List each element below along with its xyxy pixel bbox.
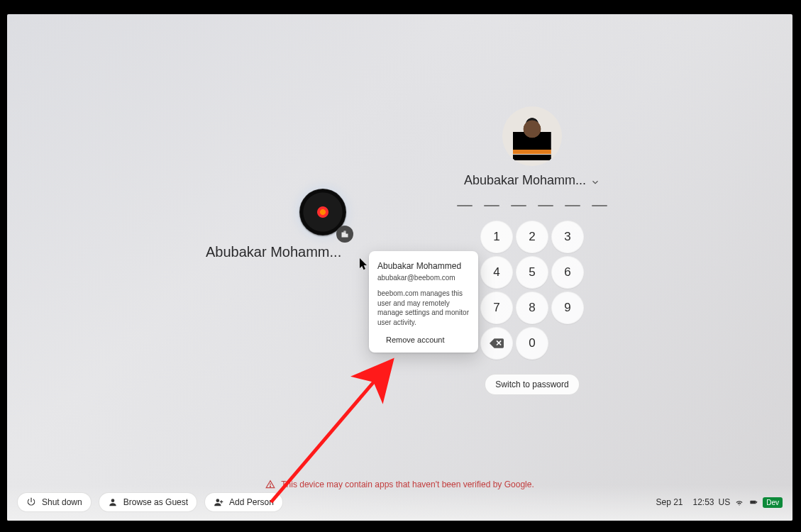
backspace-icon [490, 338, 504, 348]
add-person-button[interactable]: Add Person [204, 492, 283, 512]
guest-label: Browse as Guest [123, 497, 188, 507]
popover-managed-note: beebom.com manages this user and may rem… [377, 289, 470, 327]
secondary-user-name: Abubakar Mohamm... [206, 244, 341, 260]
system-tray[interactable]: 12:53 US Dev [693, 497, 783, 508]
remove-account-button[interactable]: Remove account [377, 336, 470, 344]
svg-point-2 [111, 499, 114, 502]
shutdown-label: Shut down [42, 497, 82, 507]
shutdown-button[interactable]: Shut down [17, 492, 92, 512]
keyboard-layout-indicator: US [719, 497, 731, 507]
primary-user-name-dropdown[interactable]: Abubakar Mohamm... [464, 173, 600, 188]
battery-icon [748, 497, 758, 507]
pin-slot [565, 205, 580, 206]
bottom-bar: Shut down Browse as Guest Add Person Sep… [7, 485, 792, 521]
svg-point-3 [216, 499, 220, 502]
cursor-icon [359, 258, 369, 274]
wifi-icon [734, 497, 744, 507]
power-icon [26, 497, 36, 507]
keypad-key-1[interactable]: 1 [480, 221, 513, 253]
keypad-key-5[interactable]: 5 [516, 256, 548, 289]
status-date: Sep 21 [656, 497, 683, 507]
keypad-blank [551, 327, 584, 360]
status-time: 12:53 [693, 497, 714, 507]
svg-rect-5 [756, 501, 757, 503]
svg-rect-4 [751, 501, 756, 504]
pin-slot [484, 205, 499, 206]
pin-slot [511, 205, 526, 206]
secondary-user-tile[interactable] [263, 184, 383, 245]
keypad-backspace[interactable] [480, 327, 513, 360]
keypad-key-7[interactable]: 7 [480, 292, 513, 324]
pin-slot [538, 205, 553, 206]
keypad-key-9[interactable]: 9 [551, 292, 584, 324]
enterprise-badge-icon [336, 226, 353, 243]
popover-user-email: abubakar@beebom.com [377, 274, 470, 282]
user-popover: Abubakar Mohammed abubakar@beebom.com be… [369, 251, 478, 353]
lock-screen: Abubakar Mohamm... Abubakar Mohammed abu… [7, 14, 792, 521]
chevron-down-icon [590, 176, 600, 186]
browse-as-guest-button[interactable]: Browse as Guest [99, 492, 197, 512]
add-person-icon [214, 497, 223, 507]
primary-user-name: Abubakar Mohamm... [464, 173, 586, 188]
pin-slot [592, 205, 607, 206]
keypad-key-8[interactable]: 8 [516, 292, 548, 324]
keypad-key-6[interactable]: 6 [551, 256, 584, 289]
pin-slot [457, 205, 473, 206]
pin-slots [451, 205, 614, 206]
popover-user-name: Abubakar Mohammed [377, 261, 470, 271]
switch-to-password-button[interactable]: Switch to password [485, 374, 579, 395]
keypad-key-2[interactable]: 2 [516, 221, 548, 253]
add-person-label: Add Person [229, 497, 274, 507]
keypad-key-0[interactable]: 0 [516, 327, 548, 360]
secondary-user-name-row[interactable]: Abubakar Mohamm... [206, 244, 341, 260]
secondary-user-avatar [295, 184, 350, 240]
keypad-key-3[interactable]: 3 [551, 221, 584, 253]
keypad-key-4[interactable]: 4 [480, 256, 513, 289]
primary-user-avatar [502, 106, 562, 166]
dev-mode-badge: Dev [763, 497, 783, 508]
guest-icon [108, 497, 118, 507]
